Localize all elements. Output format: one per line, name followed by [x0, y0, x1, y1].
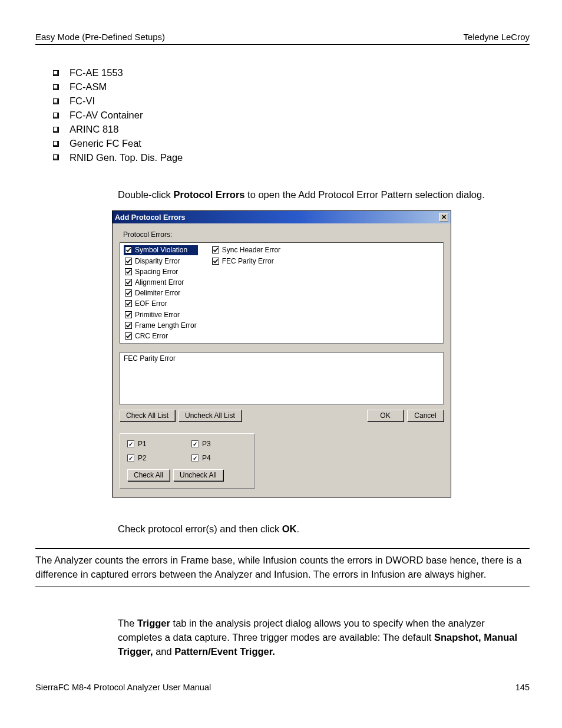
checkbox-label: Symbol Violation	[135, 245, 187, 255]
checkbox-icon	[125, 332, 132, 340]
checkbox-icon	[125, 300, 132, 307]
paragraph-trigger: The Trigger tab in the analysis project …	[118, 617, 530, 659]
note-text: The Analyzer counts the errors in Frame …	[35, 554, 530, 582]
error-checkbox-item[interactable]: Delimiter Error	[124, 288, 198, 298]
checkbox-label: Disparity Error	[135, 256, 180, 266]
dialog-title: Add Protocol Errors	[115, 213, 185, 222]
error-checkbox-item[interactable]: CRC Error	[124, 331, 198, 341]
checkbox-label: CRC Error	[135, 331, 168, 341]
error-checkbox-item[interactable]: EOF Error	[124, 299, 198, 308]
bullet-icon	[53, 70, 59, 76]
bullet-icon	[53, 127, 59, 133]
header-left: Easy Mode (Pre-Defined Setups)	[35, 32, 165, 42]
checkbox-label: Primitive Error	[135, 310, 180, 319]
checkbox-icon	[125, 322, 132, 329]
uncheck-all-list-button[interactable]: Uncheck All List	[178, 410, 242, 421]
error-checkbox-item[interactable]: Frame Length Error	[124, 321, 198, 330]
description-box: FEC Parity Error	[120, 352, 444, 405]
checkbox-icon	[212, 258, 219, 265]
checkbox-icon	[212, 246, 219, 253]
uncheck-all-button[interactable]: Uncheck All	[173, 469, 223, 481]
checkbox-label: Alignment Error	[135, 278, 184, 287]
check-all-button[interactable]: Check All	[127, 469, 170, 481]
checkbox-icon	[125, 289, 132, 297]
bullet-icon	[53, 84, 59, 90]
error-checkbox-item[interactable]: Disparity Error	[124, 256, 198, 266]
footer-left: SierraFC M8-4 Protocol Analyzer User Man…	[35, 683, 211, 692]
cancel-button[interactable]: Cancel	[407, 410, 444, 421]
checkbox-icon	[125, 279, 132, 286]
list-item: FC-ASM	[53, 80, 530, 94]
checkbox-icon	[125, 311, 132, 318]
paragraph-check-ok: Check protocol error(s) and then click O…	[118, 522, 530, 536]
bullet-icon	[53, 141, 59, 147]
page-header: Easy Mode (Pre-Defined Setups) Teledyne …	[35, 32, 530, 45]
list-item: Generic FC Feat	[53, 137, 530, 151]
error-checkbox-item[interactable]: Sync Header Error	[211, 245, 282, 255]
paragraph-intro: Double-click Protocol Errors to open the…	[118, 188, 530, 202]
protocol-errors-listbox[interactable]: Symbol ViolationDisparity ErrorSpacing E…	[120, 242, 444, 344]
p3-checkbox[interactable]: ✓P3	[191, 440, 247, 448]
bullet-icon	[53, 113, 59, 118]
checkbox-label: Spacing Error	[135, 267, 178, 276]
error-checkbox-item[interactable]: FEC Parity Error	[211, 256, 282, 266]
p2-checkbox[interactable]: ✓P2	[127, 454, 183, 462]
checkbox-label: Delimiter Error	[135, 288, 180, 298]
bullet-icon	[53, 154, 59, 160]
p4-checkbox[interactable]: ✓P4	[191, 454, 247, 462]
checkbox-label: EOF Error	[135, 299, 167, 308]
bullet-icon	[53, 98, 59, 104]
list-item: FC-AV Container	[53, 108, 530, 123]
footer-page: 145	[515, 683, 530, 692]
checkbox-label: Sync Header Error	[222, 245, 280, 255]
checkbox-label: FEC Parity Error	[222, 256, 274, 266]
note-block: The Analyzer counts the errors in Frame …	[35, 548, 530, 587]
list-item: ARINC 818	[53, 123, 530, 137]
error-checkbox-item[interactable]: Alignment Error	[124, 278, 198, 287]
checkbox-icon	[125, 258, 132, 265]
error-checkbox-item[interactable]: Primitive Error	[124, 310, 198, 319]
list-item: FC-VI	[53, 94, 530, 108]
ok-button[interactable]: OK	[367, 410, 404, 421]
header-right: Teledyne LeCroy	[463, 32, 530, 42]
protocol-bullet-list: FC-AE 1553 FC-ASM FC-VI FC-AV Container …	[53, 66, 530, 164]
checkbox-label: Frame Length Error	[135, 321, 197, 330]
add-protocol-errors-dialog: Add Protocol Errors ✕ Protocol Errors: S…	[112, 210, 451, 498]
list-item: FC-AE 1553	[53, 66, 530, 80]
port-group: ✓P1 ✓P3 ✓P2 ✓P4 Check All Uncheck All	[120, 433, 255, 489]
checkbox-icon	[125, 246, 132, 253]
page-footer: SierraFC M8-4 Protocol Analyzer User Man…	[35, 683, 530, 692]
protocol-errors-label: Protocol Errors:	[123, 230, 444, 239]
list-item: RNID Gen. Top. Dis. Page	[53, 151, 530, 165]
error-checkbox-item[interactable]: Symbol Violation	[124, 245, 198, 255]
checkbox-icon	[125, 268, 132, 275]
error-checkbox-item[interactable]: Spacing Error	[124, 267, 198, 276]
dialog-titlebar: Add Protocol Errors ✕	[113, 211, 451, 223]
close-icon[interactable]: ✕	[439, 213, 448, 222]
check-all-list-button[interactable]: Check All List	[120, 410, 175, 421]
p1-checkbox[interactable]: ✓P1	[127, 440, 183, 448]
